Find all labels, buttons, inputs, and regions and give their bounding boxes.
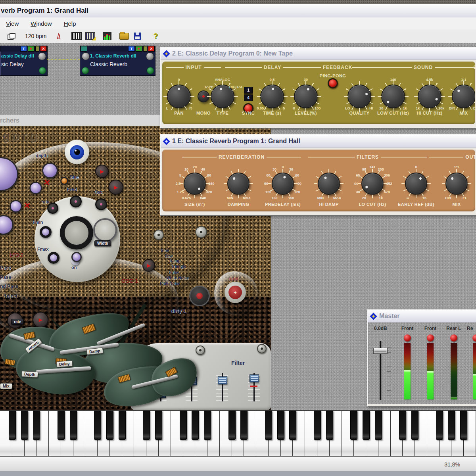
time-s-knob[interactable]	[260, 84, 284, 108]
cell-close-button[interactable]: ✕	[148, 46, 155, 52]
cell-green-button[interactable]	[39, 67, 46, 74]
level-meter-icon[interactable]	[102, 31, 113, 41]
lo-cut-hz-knob[interactable]	[361, 173, 384, 195]
black-key[interactable]	[106, 411, 113, 440]
black-key[interactable]	[265, 411, 272, 440]
app-titlebar[interactable]: verb Program 1: Grand Hall	[0, 4, 476, 18]
cell-corner-button[interactable]	[81, 46, 87, 52]
size-m-knob[interactable]	[184, 173, 206, 195]
black-key[interactable]	[314, 411, 321, 440]
dark-knob[interactable]	[95, 198, 107, 210]
black-key[interactable]	[155, 411, 162, 440]
mod-button[interactable]: +	[225, 282, 246, 303]
black-key[interactable]	[350, 411, 357, 440]
black-key[interactable]	[33, 411, 40, 440]
slider-handle[interactable]	[250, 374, 259, 382]
black-key[interactable]	[70, 411, 77, 440]
bpm-value[interactable]: 120 bpm	[25, 33, 46, 39]
level-knob[interactable]	[294, 84, 318, 108]
red-arrow-button[interactable]: ▶	[33, 312, 48, 328]
damping-knob[interactable]	[227, 173, 250, 195]
purple-knob[interactable]	[60, 177, 68, 185]
cell-edit-button[interactable]	[28, 46, 35, 52]
cell-tag-button[interactable]: T	[20, 46, 27, 52]
red-arrow-button[interactable]: ▶	[142, 259, 155, 272]
black-key[interactable]	[448, 411, 455, 440]
black-key[interactable]	[363, 411, 370, 440]
early-ref-db-knob[interactable]	[405, 173, 427, 195]
purple-knob[interactable]	[71, 252, 82, 262]
hi-cut-hz-knob[interactable]	[418, 84, 441, 108]
red-arrow-button[interactable]: ▶	[108, 180, 123, 195]
hi-damp-knob[interactable]	[318, 173, 340, 195]
morph-knob[interactable]	[60, 216, 93, 250]
help-icon[interactable]: ?	[150, 31, 161, 41]
synth-window-titlebar[interactable]: rchers	[0, 115, 161, 127]
plugin-cell-classic-reverb[interactable]: T ✕ 1. Classic Reverb dll Classic Reverb	[80, 46, 155, 76]
cell-green-button[interactable]	[82, 67, 89, 74]
black-key[interactable]	[326, 411, 333, 440]
black-key[interactable]	[192, 411, 199, 440]
mix-knob[interactable]	[452, 84, 475, 108]
low-cut-hz-knob[interactable]	[381, 84, 405, 108]
purple-knob[interactable]	[10, 200, 22, 213]
menu-window[interactable]: Window	[25, 19, 58, 29]
purple-knob[interactable]	[29, 182, 42, 194]
black-key[interactable]	[240, 411, 248, 440]
dark-knob[interactable]	[47, 203, 58, 214]
cell-green-button[interactable]	[147, 67, 154, 74]
dark-knob[interactable]	[70, 196, 82, 207]
cell-edit-button[interactable]	[136, 46, 142, 52]
red-arrow-button[interactable]: ▶	[95, 165, 109, 178]
master-titlebar[interactable]: Master	[368, 310, 476, 322]
slider-handle[interactable]	[218, 376, 227, 384]
black-key[interactable]	[375, 411, 382, 440]
purple-knob[interactable]	[42, 163, 58, 178]
fmin-knob[interactable]	[40, 226, 52, 238]
cell-knob-button[interactable]	[82, 52, 90, 60]
cell-knob-button[interactable]	[38, 52, 46, 60]
black-key[interactable]	[277, 411, 284, 440]
mix-knob[interactable]	[445, 173, 468, 195]
black-key[interactable]	[9, 411, 16, 440]
midi-keyboard-icon[interactable]	[71, 31, 82, 41]
cell-mini-button[interactable]	[35, 46, 39, 52]
menu-view[interactable]: View	[0, 19, 25, 29]
window-copy-icon[interactable]	[6, 31, 17, 41]
plugin-cell-classic-delay[interactable]: T ✕ assic Delay dll sic Delay	[0, 46, 48, 76]
black-key[interactable]	[180, 411, 187, 440]
filter-slider-4[interactable]	[247, 373, 261, 403]
black-key[interactable]	[411, 411, 418, 440]
pan-knob[interactable]	[167, 84, 191, 108]
black-key[interactable]	[460, 411, 467, 440]
black-key[interactable]	[436, 411, 443, 440]
cell-tag-button[interactable]: T	[128, 46, 135, 52]
dirty-button[interactable]	[189, 286, 210, 306]
cell-knob-button[interactable]	[146, 52, 154, 60]
black-key[interactable]	[143, 411, 150, 440]
save-icon[interactable]	[132, 31, 143, 41]
black-key[interactable]	[399, 411, 406, 440]
classic-reverb-titlebar[interactable]: 1 E: Classic Reverb Program 1: Grand Hal…	[161, 135, 476, 148]
filter-slider-3[interactable]	[215, 373, 229, 403]
classic-delay-titlebar[interactable]: 2 E: Classic Delay Program 0: New Tape	[161, 48, 476, 60]
plugin-editor-icon[interactable]	[84, 31, 96, 41]
black-key[interactable]	[21, 411, 28, 440]
fmax-knob[interactable]	[48, 252, 60, 264]
master-fader-handle[interactable]	[373, 348, 388, 354]
black-key[interactable]	[289, 411, 296, 440]
black-key[interactable]	[94, 411, 101, 440]
open-folder-icon[interactable]	[119, 31, 130, 41]
cell-mini-button[interactable]	[143, 46, 147, 52]
black-key[interactable]	[58, 411, 65, 440]
knob-tick-label: 100	[315, 106, 321, 110]
quality-knob[interactable]	[347, 84, 371, 108]
cell-close-button[interactable]: ✕	[40, 46, 47, 52]
predelay-ms-knob[interactable]	[272, 173, 294, 195]
black-key[interactable]	[228, 411, 236, 440]
black-key[interactable]	[204, 411, 211, 440]
metronome-icon[interactable]	[53, 31, 64, 41]
menu-help[interactable]: Help	[58, 19, 82, 29]
ping-pong-led[interactable]	[328, 78, 338, 88]
black-key[interactable]	[119, 411, 126, 440]
